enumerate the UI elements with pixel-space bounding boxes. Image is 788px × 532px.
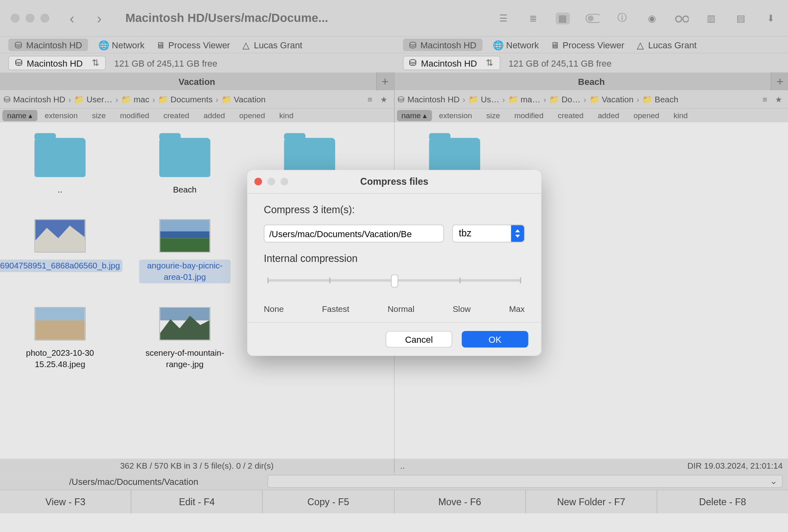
compress-count-label: Compress 3 item(s):: [264, 204, 525, 216]
format-value: tbz: [459, 228, 471, 239]
slider-knob[interactable]: [391, 275, 398, 288]
format-select[interactable]: tbz: [452, 225, 524, 242]
svg-marker-14: [515, 235, 520, 238]
archive-path-input[interactable]: /Users/mac/Documents/Vacation/Be: [264, 225, 444, 242]
dialog-titlebar: Compress files: [247, 170, 541, 194]
slider-label-max: Max: [509, 304, 525, 314]
compress-dialog: Compress files Compress 3 item(s): /User…: [247, 170, 541, 356]
archive-path-text: /Users/mac/Documents/Vacation/Be: [269, 229, 412, 239]
slider-labels: None Fastest Normal Slow Max: [264, 304, 525, 316]
cancel-button[interactable]: Cancel: [385, 331, 452, 348]
slider-label-slow: Slow: [452, 304, 470, 314]
svg-marker-13: [515, 229, 520, 232]
dialog-title: Compress files: [360, 176, 429, 187]
slider-label-none: None: [264, 304, 284, 314]
compression-slider[interactable]: [264, 273, 525, 299]
dialog-close-icon[interactable]: [254, 177, 262, 185]
slider-label-fastest: Fastest: [322, 304, 349, 314]
internal-compression-label: Internal compression: [264, 253, 525, 265]
dialog-minimize-icon: [267, 177, 275, 185]
dialog-zoom-icon: [281, 177, 288, 185]
slider-label-normal: Normal: [388, 304, 414, 314]
chevron-updown-icon: [511, 225, 524, 242]
ok-button[interactable]: OK: [462, 331, 528, 348]
